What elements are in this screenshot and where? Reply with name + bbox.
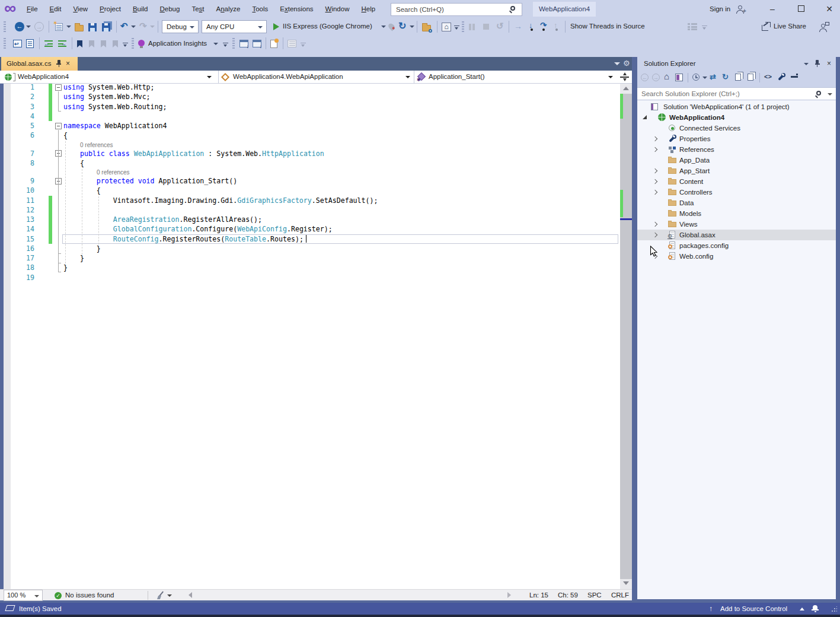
home-button[interactable]: ⌂ <box>664 71 669 81</box>
codelens-references[interactable]: 0 references <box>80 142 113 148</box>
toolbar-overflow-icon[interactable] <box>454 24 460 31</box>
menu-project[interactable]: Project <box>94 0 127 18</box>
scroll-down-icon[interactable] <box>623 581 629 585</box>
threads-list-icon[interactable] <box>688 23 697 30</box>
tree-item-global-asax[interactable]: ⚙Global.asax <box>637 230 836 240</box>
step-out-button[interactable]: ↑ <box>554 21 558 30</box>
code-line-3[interactable]: 3using System.Web.Routing; <box>0 102 620 112</box>
tree-item-data[interactable]: Data <box>637 198 836 208</box>
issues-status[interactable]: No issues found <box>65 591 114 599</box>
tree-item-models[interactable]: Models <box>637 208 836 219</box>
toolbar-grip[interactable] <box>132 38 134 49</box>
redo-dropdown[interactable] <box>150 26 155 28</box>
tree-item-views[interactable]: Views <box>637 219 836 230</box>
solution-platform-combo[interactable]: Any CPU <box>202 20 267 33</box>
menu-edit[interactable]: Edit <box>44 0 68 18</box>
expand-icon[interactable] <box>653 179 657 183</box>
navigate-forward-button[interactable]: → <box>34 22 44 31</box>
code-line-1[interactable]: 1using System.Web.Http; <box>0 84 620 92</box>
vertical-scrollbar[interactable] <box>620 84 632 589</box>
code-line-5[interactable]: 5namespace WebApplication4 <box>0 121 620 131</box>
code-line-14[interactable]: 14 GlobalConfiguration.Configure(WebApiC… <box>0 224 620 234</box>
back-button[interactable]: ← <box>641 74 649 81</box>
codelens-row[interactable]: 0 references <box>0 168 620 176</box>
code-line-19[interactable]: 19 <box>0 273 620 282</box>
add-to-source-control-icon[interactable] <box>239 40 248 47</box>
expand-icon[interactable] <box>653 232 657 237</box>
previous-bookmark-button[interactable] <box>89 40 94 47</box>
switch-views-button[interactable] <box>675 74 683 81</box>
chevron-down-icon[interactable] <box>608 76 613 78</box>
next-bookmark-button[interactable] <box>101 40 106 47</box>
undo-button[interactable]: ↶ <box>120 21 128 31</box>
restart-button[interactable]: ↺ <box>496 21 504 31</box>
code-line-18[interactable]: 18} <box>0 263 620 272</box>
window-position-dropdown[interactable] <box>804 63 809 65</box>
code-line-17[interactable]: 17 } <box>0 253 620 263</box>
undo-dropdown[interactable] <box>131 26 136 28</box>
solution-configuration-combo[interactable]: Debug <box>162 20 199 33</box>
expand-icon[interactable] <box>653 221 657 226</box>
expand-icon[interactable] <box>653 147 657 151</box>
minimize-button[interactable]: – <box>762 0 782 18</box>
menu-test[interactable]: Test <box>186 0 210 18</box>
decrease-indent-button[interactable]: ← <box>44 40 53 47</box>
source-control-caret-icon[interactable] <box>800 608 804 610</box>
pending-changes-filter-button[interactable] <box>692 74 700 81</box>
code-cleanup-dropdown[interactable] <box>167 594 172 597</box>
code-editor[interactable]: 1using System.Web.Http;2using System.Web… <box>0 84 632 589</box>
tree-item-webapplication4[interactable]: WebApplication4 <box>637 112 836 123</box>
tree-item-web-config[interactable]: Web.config <box>637 251 836 262</box>
tree-item-references[interactable]: References <box>637 144 836 155</box>
pause-button[interactable] <box>469 24 471 30</box>
toolbar-grip[interactable] <box>232 38 235 49</box>
menu-debug[interactable]: Debug <box>154 0 186 18</box>
tree-item-packages-config[interactable]: packages.config <box>637 240 836 251</box>
menu-window[interactable]: Window <box>320 0 356 18</box>
menu-build[interactable]: Build <box>127 0 154 18</box>
tree-item-app-start[interactable]: App_Start <box>637 166 836 176</box>
codelens-row[interactable]: 0 references <box>0 141 620 149</box>
refresh-button[interactable]: ↻ <box>398 21 406 31</box>
code-line-11[interactable]: 11 Vintasoft.Imaging.Drawing.Gdi.GdiGrap… <box>0 196 620 205</box>
close-tab-icon[interactable]: × <box>66 59 70 68</box>
pin-tab-icon[interactable] <box>56 60 62 68</box>
show-all-files-button[interactable] <box>748 74 753 81</box>
code-line-16[interactable]: 16 } <box>0 244 620 253</box>
close-panel-icon[interactable]: × <box>827 59 831 68</box>
expand-icon[interactable] <box>653 189 657 194</box>
codelens-references[interactable]: 0 references <box>97 169 130 176</box>
open-file-button[interactable] <box>75 25 84 31</box>
maximize-button[interactable] <box>791 0 811 18</box>
code-line-13[interactable]: 13 AreaRegistration.RegisterAllAreas(); <box>0 215 620 224</box>
collapse-region-box[interactable] <box>55 84 62 91</box>
tree-item-app-data[interactable]: App_Data <box>637 155 836 166</box>
forward-button[interactable]: → <box>652 74 660 81</box>
new-item-icon[interactable] <box>270 40 277 48</box>
tree-item-properties[interactable]: Properties <box>637 133 836 144</box>
menu-file[interactable]: File <box>21 0 44 18</box>
menu-tools[interactable]: Tools <box>246 0 274 18</box>
start-debugging-button[interactable]: IIS Express (Google Chrome) <box>283 18 372 35</box>
toolbar-grip[interactable] <box>4 38 6 49</box>
navigate-back-dropdown[interactable] <box>26 26 31 28</box>
redo-button[interactable]: ↷ <box>139 21 147 31</box>
menu-view[interactable]: View <box>67 0 94 18</box>
collapse-all-button[interactable] <box>791 76 798 78</box>
expand-icon[interactable] <box>653 136 657 141</box>
toolbar-overflow-icon[interactable] <box>702 24 708 31</box>
code-line-15[interactable]: 15 RouteConfig.RegisterRoutes(RouteTable… <box>0 234 620 244</box>
live-share-button[interactable]: Live Share <box>774 18 806 35</box>
browse-with-button[interactable] <box>422 25 431 31</box>
clear-bookmarks-button[interactable] <box>113 40 118 47</box>
scrollbar-thumb[interactable] <box>620 94 632 579</box>
sign-in-button[interactable]: Sign in <box>710 0 730 18</box>
scroll-left-icon[interactable] <box>189 592 192 598</box>
zoom-combo[interactable]: 100 % <box>4 590 43 601</box>
sync-source-control-icon[interactable] <box>253 40 261 47</box>
send-feedback-icon[interactable] <box>819 23 828 33</box>
tree-item-solution-webapplication4-1-of-1-project[interactable]: Solution 'WebApplication4' (1 of 1 proje… <box>637 101 836 112</box>
toggle-bookmark-button[interactable] <box>77 40 82 47</box>
save-button[interactable] <box>88 23 97 31</box>
code-line-4[interactable]: 4 <box>0 112 620 121</box>
